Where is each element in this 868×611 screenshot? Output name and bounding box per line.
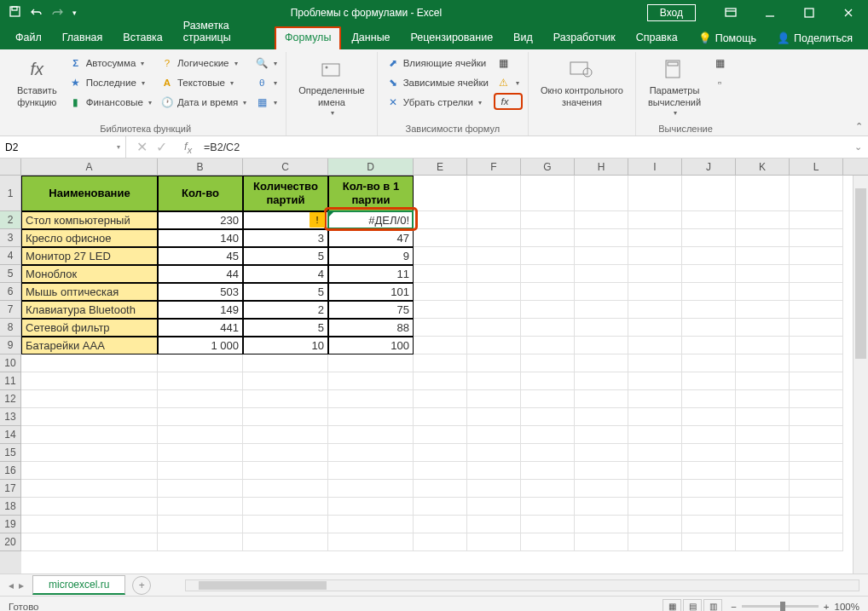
cell-empty[interactable] [158, 444, 243, 462]
cell-empty[interactable] [521, 211, 575, 229]
tab-data[interactable]: Данные [341, 26, 400, 49]
cell-empty[interactable] [682, 498, 736, 516]
cell-empty[interactable] [328, 533, 414, 551]
cell-parts-7[interactable]: 2 [243, 301, 328, 319]
cell-empty[interactable] [467, 498, 521, 516]
cell-header-b[interactable]: Кол-во [158, 176, 243, 211]
tab-view[interactable]: Вид [503, 26, 543, 49]
name-box[interactable]: D2▾ [0, 136, 126, 158]
evaluate-formula-button[interactable]: fx [494, 93, 523, 110]
cell-empty[interactable] [467, 408, 521, 426]
row-header-19[interactable]: 19 [0, 516, 21, 533]
cell-empty[interactable] [21, 444, 158, 462]
cell-empty[interactable] [328, 426, 414, 444]
cell-empty[interactable] [414, 354, 467, 372]
cell-parts-9[interactable]: 10 [243, 337, 328, 354]
cell-empty[interactable] [467, 516, 521, 533]
tab-insert[interactable]: Вставка [113, 26, 172, 49]
tab-layout[interactable]: Разметка страницы [173, 14, 275, 49]
cell-empty[interactable] [521, 337, 575, 354]
cell-empty[interactable] [328, 372, 414, 390]
cell-empty[interactable] [521, 462, 575, 480]
cell-empty[interactable] [414, 498, 467, 516]
cell-empty[interactable] [158, 408, 243, 426]
cell-empty[interactable] [790, 533, 843, 551]
cell-empty[interactable] [682, 337, 736, 354]
select-all-corner[interactable] [0, 159, 21, 175]
tell-me[interactable]: 💡Помощь [688, 26, 767, 49]
error-indicator-icon[interactable] [328, 211, 334, 217]
cell-empty[interactable] [467, 372, 521, 390]
cell-empty[interactable] [521, 247, 575, 265]
cell-empty[interactable] [467, 390, 521, 408]
math-button[interactable]: θ▾ [252, 73, 281, 92]
more-fn-button[interactable]: ▦▾ [252, 93, 281, 112]
cell-empty[interactable] [682, 444, 736, 462]
cell-empty[interactable] [328, 480, 414, 498]
expand-formula-bar-icon[interactable]: ⌄ [848, 141, 868, 153]
minimize-icon[interactable] [750, 0, 790, 26]
cell-empty[interactable] [736, 498, 790, 516]
cell-empty[interactable] [628, 265, 682, 283]
cell-empty[interactable] [736, 480, 790, 498]
row-header-9[interactable]: 9 [0, 337, 21, 354]
cell-empty[interactable] [790, 426, 843, 444]
cell-empty[interactable] [521, 444, 575, 462]
cell-empty[interactable] [21, 408, 158, 426]
cell-empty[interactable] [467, 533, 521, 551]
cell-empty[interactable] [790, 229, 843, 247]
cell-qty-8[interactable]: 441 [158, 319, 243, 337]
cell-empty[interactable] [328, 444, 414, 462]
cell-qty-2[interactable]: 230 [158, 211, 243, 229]
col-header-J[interactable]: J [682, 159, 736, 175]
cell-empty[interactable] [790, 390, 843, 408]
login-button[interactable]: Вход [647, 4, 696, 21]
tab-file[interactable]: Файл [5, 26, 52, 49]
tab-developer[interactable]: Разработчик [543, 26, 626, 49]
cell-empty[interactable] [521, 283, 575, 301]
cell-empty[interactable] [521, 498, 575, 516]
cell-empty[interactable] [575, 229, 628, 247]
cell-empty[interactable] [414, 390, 467, 408]
cell-empty[interactable] [736, 408, 790, 426]
cell-empty[interactable] [414, 444, 467, 462]
cell-empty[interactable] [628, 283, 682, 301]
cell-empty[interactable] [682, 426, 736, 444]
cells-area[interactable]: НаименованиеКол-воКоличествопартийКол-во… [21, 176, 868, 574]
cell-empty[interactable] [682, 462, 736, 480]
cell-empty[interactable] [521, 265, 575, 283]
cell-perpart-7[interactable]: 75 [328, 301, 414, 319]
cell-perpart-5[interactable]: 11 [328, 265, 414, 283]
cell-qty-5[interactable]: 44 [158, 265, 243, 283]
recent-button[interactable]: ★Последние▾ [66, 73, 155, 92]
cell-empty[interactable] [467, 247, 521, 265]
cell-empty[interactable] [682, 283, 736, 301]
cell-empty[interactable] [575, 480, 628, 498]
cell-empty[interactable] [521, 480, 575, 498]
cell-empty[interactable] [790, 247, 843, 265]
cell-empty[interactable] [521, 390, 575, 408]
logical-button[interactable]: ?Логические▾ [157, 54, 250, 72]
cell-empty[interactable] [736, 390, 790, 408]
cell-empty[interactable] [521, 372, 575, 390]
zoom-out-icon[interactable]: − [731, 602, 737, 612]
view-normal-icon[interactable]: ▦ [663, 599, 681, 612]
cell-empty[interactable] [790, 337, 843, 354]
cell-empty[interactable] [628, 301, 682, 319]
cell-empty[interactable] [414, 265, 467, 283]
cell-empty[interactable] [414, 426, 467, 444]
cell-parts-8[interactable]: 5 [243, 319, 328, 337]
watch-window-button[interactable]: Окно контрольного значения [534, 52, 630, 112]
calc-now-button[interactable]: ▦ [709, 54, 730, 72]
qat-customize-icon[interactable]: ▾ [72, 9, 77, 17]
cell-empty[interactable] [736, 283, 790, 301]
text-button[interactable]: AТекстовые▾ [157, 73, 250, 92]
cell-empty[interactable] [21, 480, 158, 498]
cell-empty[interactable] [682, 176, 736, 211]
cell-empty[interactable] [328, 354, 414, 372]
cell-empty[interactable] [243, 354, 328, 372]
cell-empty[interactable] [736, 176, 790, 211]
cell-empty[interactable] [243, 444, 328, 462]
cell-empty[interactable] [414, 408, 467, 426]
zoom-level[interactable]: 100% [835, 602, 859, 612]
